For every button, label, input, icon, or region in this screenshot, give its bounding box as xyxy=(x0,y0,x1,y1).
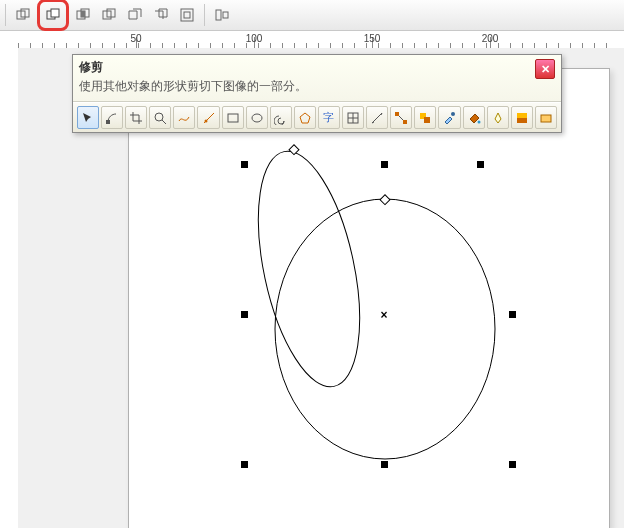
svg-rect-24 xyxy=(395,112,399,116)
svg-point-14 xyxy=(155,113,163,121)
fill-tool-button[interactable] xyxy=(463,106,485,129)
spiral-icon xyxy=(274,111,288,125)
close-icon: ✕ xyxy=(541,63,550,76)
svg-rect-28 xyxy=(424,117,430,123)
weld-button[interactable] xyxy=(11,3,35,27)
eyedropper-icon xyxy=(442,111,456,125)
tooltip-panel: 修剪 使用其他对象的形状剪切下图像的一部分。 ✕ 字 xyxy=(72,54,562,133)
canvas[interactable]: × xyxy=(129,69,609,528)
svg-rect-32 xyxy=(517,113,527,118)
svg-rect-13 xyxy=(106,120,110,124)
intersect-button[interactable] xyxy=(71,3,95,27)
zoom-tool-button[interactable] xyxy=(149,106,171,129)
node-handle[interactable] xyxy=(289,145,299,155)
toolbar-separator xyxy=(5,4,6,26)
property-toolbar: 字 xyxy=(73,102,561,132)
close-button[interactable]: ✕ xyxy=(535,59,555,79)
freehand-tool-button[interactable] xyxy=(173,106,195,129)
boundary-button[interactable] xyxy=(175,3,199,27)
text-tool-button[interactable]: 字 xyxy=(318,106,340,129)
shape-tool-button[interactable] xyxy=(101,106,123,129)
weld-icon xyxy=(15,7,31,23)
svg-rect-17 xyxy=(228,114,238,122)
align-button[interactable] xyxy=(210,3,234,27)
svg-rect-3 xyxy=(51,9,59,17)
connector-icon xyxy=(394,111,408,125)
table-icon xyxy=(346,111,360,125)
front-minus-back-icon xyxy=(127,7,143,23)
boundary-icon xyxy=(179,7,195,23)
svg-rect-12 xyxy=(223,12,228,18)
text-icon: 字 xyxy=(323,110,334,125)
ellipse-small[interactable] xyxy=(240,142,378,395)
toolbar-separator xyxy=(204,4,205,26)
polygon-icon xyxy=(298,111,312,125)
effects-icon xyxy=(418,111,432,125)
ruler-label: 100 xyxy=(246,33,263,44)
interactive-fill-button[interactable] xyxy=(511,106,533,129)
svg-line-23 xyxy=(372,113,382,123)
connector-tool-button[interactable] xyxy=(390,106,412,129)
ruler-label: 50 xyxy=(130,33,141,44)
selection-handle[interactable] xyxy=(381,161,388,168)
bucket-icon xyxy=(467,111,481,125)
back-minus-front-icon xyxy=(153,7,169,23)
tooltip-title: 修剪 xyxy=(79,59,529,76)
effects-tool-button[interactable] xyxy=(414,106,436,129)
selection-center-icon: × xyxy=(380,308,387,322)
mesh-icon xyxy=(539,111,553,125)
selection-handle[interactable] xyxy=(241,461,248,468)
selection-handle[interactable] xyxy=(381,461,388,468)
ellipse-large[interactable] xyxy=(275,199,495,459)
trim-button[interactable] xyxy=(41,3,65,27)
node-handle[interactable] xyxy=(380,195,390,205)
shaping-toolbar xyxy=(0,0,624,31)
svg-rect-9 xyxy=(181,9,193,21)
selection-handle[interactable] xyxy=(509,461,516,468)
svg-line-26 xyxy=(399,116,403,120)
svg-rect-10 xyxy=(184,12,190,18)
rectangle-tool-button[interactable] xyxy=(222,106,244,129)
svg-rect-33 xyxy=(541,115,551,122)
smart-draw-button[interactable] xyxy=(197,106,219,129)
selection-handle[interactable] xyxy=(477,161,484,168)
zoom-icon xyxy=(153,111,167,125)
svg-line-15 xyxy=(162,120,166,124)
dimension-tool-button[interactable] xyxy=(366,106,388,129)
selection-handle[interactable] xyxy=(241,311,248,318)
svg-point-30 xyxy=(477,120,480,123)
front-minus-back-button[interactable] xyxy=(123,3,147,27)
mesh-fill-button[interactable] xyxy=(535,106,557,129)
freehand-icon xyxy=(177,111,191,125)
ruler-vertical xyxy=(0,48,19,528)
svg-rect-25 xyxy=(403,120,407,124)
rectangle-icon xyxy=(226,111,240,125)
simplify-icon xyxy=(101,7,117,23)
gradient-icon xyxy=(515,111,529,125)
align-icon xyxy=(214,7,230,23)
pick-tool-button[interactable] xyxy=(77,106,99,129)
back-minus-front-button[interactable] xyxy=(149,3,173,27)
highlighted-trim-button xyxy=(37,0,69,31)
pen-icon xyxy=(491,111,505,125)
selection-handle[interactable] xyxy=(241,161,248,168)
svg-rect-6 xyxy=(81,11,85,17)
smartdraw-icon xyxy=(202,111,216,125)
tooltip-description: 使用其他对象的形状剪切下图像的一部分。 xyxy=(79,78,529,95)
page[interactable]: × xyxy=(128,68,610,528)
svg-point-16 xyxy=(204,119,207,122)
ellipse-icon xyxy=(250,111,264,125)
table-tool-button[interactable] xyxy=(342,106,364,129)
selection-handle[interactable] xyxy=(509,311,516,318)
outline-tool-button[interactable] xyxy=(487,106,509,129)
trim-icon xyxy=(45,7,61,23)
simplify-button[interactable] xyxy=(97,3,121,27)
spiral-tool-button[interactable] xyxy=(270,106,292,129)
eyedropper-tool-button[interactable] xyxy=(438,106,460,129)
crop-tool-button[interactable] xyxy=(125,106,147,129)
polygon-tool-button[interactable] xyxy=(294,106,316,129)
ellipse-tool-button[interactable] xyxy=(246,106,268,129)
dimension-icon xyxy=(370,111,384,125)
crop-icon xyxy=(129,111,143,125)
cursor-icon xyxy=(81,111,95,125)
